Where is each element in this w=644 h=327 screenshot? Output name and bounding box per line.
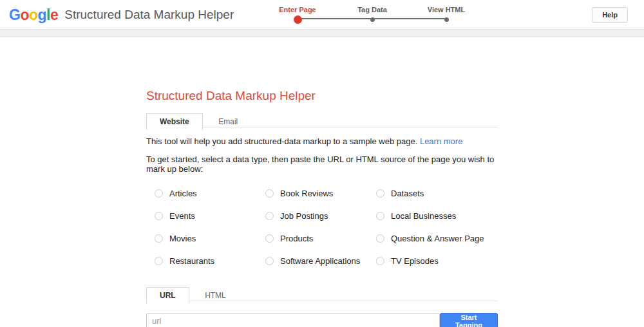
radio-icon[interactable] [376,234,384,243]
radio-icon[interactable] [155,189,163,198]
step-label: Enter Page [259,6,336,14]
intro-text: This tool will help you add structured-d… [146,136,498,146]
data-type-grid: Articles Book Reviews Datasets Events Jo… [146,189,498,266]
source-tab-bar: Website Email [146,113,498,127]
tab-url[interactable]: URL [146,287,189,304]
data-type-option-software-applications[interactable]: Software Applications [265,256,376,266]
data-type-option-tv-episodes[interactable]: TV Episodes [376,256,506,266]
radio-label: Software Applications [280,256,360,266]
step-tag-data: Tag Data [334,6,411,24]
radio-icon[interactable] [376,212,384,220]
data-type-option-products[interactable]: Products [265,234,376,243]
url-input-row: Start Tagging [146,313,498,327]
tab-html[interactable]: HTML [192,288,239,303]
subheader-band [0,30,644,37]
start-tagging-button[interactable]: Start Tagging [440,313,498,327]
radio-label: Question & Answer Page [391,234,484,243]
data-type-option-events[interactable]: Events [155,211,265,221]
url-input[interactable] [146,313,440,327]
app-header: Google Structured Data Markup Helper Ent… [0,0,644,30]
radio-label: Events [169,211,195,221]
step-label: Tag Data [334,6,411,14]
logo-letter: G [9,6,20,24]
step-enter-page: Enter Page [259,6,336,24]
radio-icon[interactable] [155,234,163,243]
step-view-html: View HTML [408,6,485,24]
radio-icon[interactable] [265,212,274,220]
input-tab-bar: URL HTML [146,286,498,301]
logo-letter: g [38,6,47,24]
step-dot-icon [370,17,375,22]
radio-icon[interactable] [376,189,384,198]
data-type-option-movies[interactable]: Movies [155,234,265,243]
help-button[interactable]: Help [592,7,628,23]
radio-label: Datasets [391,189,424,198]
radio-icon[interactable] [155,257,163,265]
radio-icon[interactable] [265,257,274,265]
radio-label: Movies [169,234,196,243]
instructions-text: To get started, select a data type, then… [146,154,498,174]
logo-letter: e [50,6,58,24]
radio-icon[interactable] [155,212,163,220]
data-type-option-job-postings[interactable]: Job Postings [265,211,376,221]
radio-label: Articles [169,189,197,198]
tab-email[interactable]: Email [205,114,251,129]
radio-label: Job Postings [280,211,328,221]
intro-sentence: This tool will help you add structured-d… [146,136,417,146]
data-type-option-restaurants[interactable]: Restaurants [155,256,265,266]
radio-label: TV Episodes [391,256,439,266]
data-type-option-book-reviews[interactable]: Book Reviews [265,189,376,198]
data-type-option-articles[interactable]: Articles [155,189,265,198]
data-type-option-question-answer-page[interactable]: Question & Answer Page [376,234,506,243]
main-content: Structured Data Markup Helper Website Em… [146,37,498,327]
logo-letter: o [20,6,29,24]
logo-letter: o [29,6,38,24]
radio-label: Local Businesses [391,211,456,221]
radio-label: Book Reviews [280,189,333,198]
step-dot-active-icon [294,15,302,24]
tab-website[interactable]: Website [146,113,203,130]
app-title: Structured Data Markup Helper [64,8,234,22]
radio-icon[interactable] [265,189,274,198]
page-title: Structured Data Markup Helper [146,89,498,103]
radio-label: Products [280,234,313,243]
brand: Google Structured Data Markup Helper [9,0,234,30]
google-logo: Google [9,6,58,24]
data-type-option-datasets[interactable]: Datasets [376,189,506,198]
progress-stepper: Enter Page Tag Data View HTML [258,0,464,30]
radio-icon[interactable] [265,234,274,243]
radio-icon[interactable] [376,257,384,265]
learn-more-link[interactable]: Learn more [420,136,462,146]
step-dot-icon [444,17,449,22]
radio-label: Restaurants [169,256,214,266]
step-label: View HTML [408,6,485,14]
data-type-option-local-businesses[interactable]: Local Businesses [376,211,506,221]
